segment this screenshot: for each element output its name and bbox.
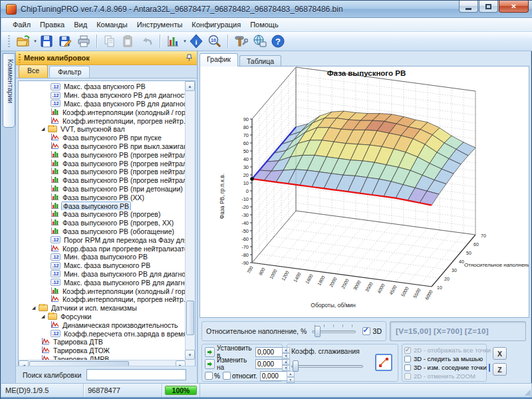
open-file-icon[interactable]: [15, 33, 32, 49]
close-button[interactable]: ✕: [499, 1, 529, 13]
tree-item[interactable]: Фаза выпускного РВ (прогрев нейтрал., ХХ…: [19, 176, 185, 185]
help-icon[interactable]: ?: [269, 33, 287, 49]
dropdown-arrow-icon[interactable]: ▼: [33, 39, 37, 43]
svg-text:5000: 5000: [400, 286, 410, 297]
slider-thumb[interactable]: [315, 326, 321, 337]
set-value-input[interactable]: [255, 347, 282, 357]
tree-item[interactable]: Тарировка ДТВ: [19, 338, 185, 346]
save-as-icon[interactable]: [57, 33, 74, 49]
save-icon[interactable]: [38, 33, 55, 49]
pin-icon[interactable]: [186, 54, 193, 63]
dock-tab-comments[interactable]: Комментарии: [3, 53, 15, 128]
surface-chart[interactable]: -90-80-70-60-50-40-30-20-100102030405060…: [200, 66, 529, 318]
tree-item[interactable]: Фаза выпускного РВ (прогрев нейтрализато…: [19, 150, 185, 159]
tab-График[interactable]: График: [200, 53, 238, 66]
tree-item[interactable]: Фаза выпускного РВ при выкл.зажигания: [19, 142, 185, 151]
tree-item[interactable]: .12Макс. фаза впускного РВ для диагности…: [19, 100, 185, 108]
tree-item[interactable]: Фаза выпускного РВ (прогрев, ХХ): [19, 219, 185, 227]
tree-item[interactable]: .12Мин. фаза выпускного РВ: [19, 253, 185, 261]
slider-track[interactable]: [291, 365, 363, 368]
svg-text:80: 80: [243, 124, 249, 130]
tools-icon[interactable]: [232, 33, 249, 49]
menu-item-Правка[interactable]: Правка: [35, 19, 69, 31]
x-axis-button[interactable]: X: [493, 347, 507, 360]
menu-item-Файл[interactable]: Файл: [8, 19, 35, 31]
apply-change-button[interactable]: [205, 359, 215, 369]
tree-item[interactable]: Коэфф.интерполяции (холодный / горячий ): [19, 287, 185, 295]
tree-item[interactable]: Фаза выпускного РВ (обогащение): [19, 227, 185, 236]
change-value-stepper[interactable]: ▲▼: [255, 359, 290, 369]
menu-item-Помощь[interactable]: Помощь: [245, 19, 283, 31]
info-icon[interactable]: i: [188, 33, 205, 49]
tree-item[interactable]: Коэфф.интерполяции, прогрев нейтр. (холо…: [19, 116, 185, 125]
tree-item[interactable]: ◢Форсунки: [19, 313, 185, 321]
tree-item[interactable]: ◢VVT, выпускной вал: [19, 125, 185, 134]
z-axis-button[interactable]: Z: [493, 363, 507, 376]
interpolate-button[interactable]: [375, 354, 392, 371]
tree-item[interactable]: Фаза выпускного РВ (при детонации): [19, 185, 185, 194]
undo-icon[interactable]: [138, 33, 156, 49]
copy-icon[interactable]: [101, 33, 118, 49]
option-checkbox[interactable]: [404, 347, 411, 354]
option-checkbox[interactable]: [404, 373, 411, 380]
load-slider[interactable]: [312, 325, 355, 338]
tree-item[interactable]: Динамическая производительность: [19, 321, 185, 329]
smoothing-slider[interactable]: [291, 359, 363, 372]
paste-icon[interactable]: [120, 33, 137, 49]
slider-thumb[interactable]: [293, 360, 299, 372]
dropdown-arrow-icon[interactable]: ▼: [183, 39, 187, 43]
change-value-input[interactable]: [255, 359, 282, 369]
checkbox-relative[interactable]: [223, 372, 231, 380]
menu-item-Команды[interactable]: Команды: [92, 19, 132, 31]
tree-item[interactable]: Корр.фаза при прогреве нейтрализатора: [19, 244, 185, 253]
scalar-value-icon: .12: [51, 83, 61, 90]
tree-item[interactable]: .12Порог RPM для перехода на Фазу для ре…: [19, 235, 185, 244]
tree-item[interactable]: .12Макс. фаза выпускного РВ: [19, 261, 185, 270]
apply-set-button[interactable]: [205, 347, 215, 357]
checkbox-percent[interactable]: [205, 372, 213, 380]
scrollbar-thumb[interactable]: [186, 301, 194, 335]
option-checkbox[interactable]: [404, 364, 411, 371]
checkbox-3d[interactable]: [362, 327, 370, 335]
tree-item[interactable]: Тарировка ДТОЖ: [19, 346, 185, 355]
surface-3d-plot[interactable]: -90-80-70-60-50-40-30-20-100102030405060…: [200, 66, 529, 317]
scroll-up-icon[interactable]: ▲: [185, 81, 195, 91]
tree-item[interactable]: Фаза выпускного РВ (прогрев нейтрал., хо…: [19, 159, 185, 168]
menu-item-Инструменты[interactable]: Инструменты: [132, 19, 188, 31]
zoom-10-icon[interactable]: 10: [206, 33, 223, 49]
scroll-down-icon[interactable]: ▼: [185, 350, 195, 360]
tree-item[interactable]: .12Коэфф.пересчета отн.заряда в время вп…: [19, 329, 185, 338]
tree-expander-icon[interactable]: ◢: [41, 314, 48, 319]
tree-item[interactable]: .12Мин. фаза выпускного РВ для диагности…: [19, 270, 185, 279]
tree-item-label: Макс. фаза впускного РВ для диагностики: [63, 100, 185, 108]
tree-item[interactable]: Фаза выпускного РВ (прогрев нейтрал., ХХ…: [19, 168, 185, 176]
tree-item[interactable]: Фаза выпускного РВ при пуске: [19, 134, 185, 142]
tab-Таблица[interactable]: Таблица: [239, 55, 281, 66]
tree-item[interactable]: Коэфф.интерполяции, прогрев нейтр. (холо…: [19, 295, 185, 304]
chart-compare-icon[interactable]: [164, 33, 182, 49]
minimize-button[interactable]: [459, 1, 478, 13]
search-input[interactable]: [86, 369, 186, 380]
tree-item[interactable]: .12Макс. фаза впускного РВ: [19, 82, 185, 91]
tab-Все[interactable]: Все: [19, 65, 48, 78]
tree-expander-icon[interactable]: ◢: [41, 126, 48, 132]
tree-item[interactable]: .12Макс. фаза выпускного РВ для диагност…: [19, 278, 185, 287]
menu-item-Вид[interactable]: Вид: [69, 19, 92, 31]
relative-value-input[interactable]: [260, 371, 287, 381]
tab-Фильтр[interactable]: Фильтр: [49, 66, 90, 78]
tree-item[interactable]: Фаза выпускного РВ (прогрев): [19, 210, 185, 219]
grid-icon[interactable]: [489, 364, 490, 372]
tree-item[interactable]: Фаза выпускного РВ (ХХ): [19, 193, 185, 201]
tree-item[interactable]: Коэфф.интерполяции (холодный / горячий ): [19, 108, 185, 116]
tree-item[interactable]: .12Мин. фаза впускного РВ для диагностик…: [19, 91, 185, 100]
maximize-button[interactable]: [479, 1, 498, 13]
print-icon[interactable]: [75, 33, 92, 49]
tree-item[interactable]: ◢Датчики и исп. механизмы: [19, 304, 185, 313]
set-value-stepper[interactable]: ▲▼: [255, 347, 290, 357]
menu-item-Конфигурация[interactable]: Конфигурация: [187, 19, 245, 31]
tree-expander-icon[interactable]: ◢: [32, 305, 39, 311]
option-checkbox[interactable]: [404, 356, 411, 362]
tree-item[interactable]: Фаза выпускного РВ: [19, 201, 185, 210]
tree-vertical-scrollbar[interactable]: ▲ ▼: [185, 81, 195, 370]
online-icon[interactable]: [251, 33, 268, 49]
